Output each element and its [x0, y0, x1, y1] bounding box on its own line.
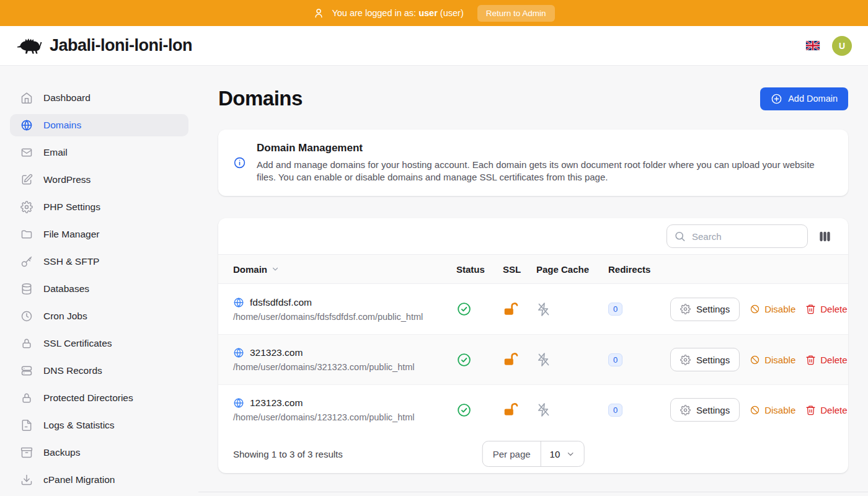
sidebar-item-domains[interactable]: Domains — [10, 114, 188, 136]
sidebar-item-ssl-certificates[interactable]: SSL Certificates — [10, 332, 188, 355]
sidebar-item-label: WordPress — [43, 174, 91, 185]
user-icon — [313, 7, 324, 19]
per-page-select[interactable]: 10 — [541, 441, 584, 466]
disable-button[interactable]: Disable — [750, 304, 795, 314]
sidebar-item-label: Protected Directories — [43, 392, 133, 404]
return-to-admin-button[interactable]: Return to Admin — [477, 5, 555, 22]
redirects-badge: 0 — [608, 404, 622, 417]
sidebar: Dashboard Domains Email WordPress PHP Se… — [0, 66, 198, 496]
domains-table-card: Domain Status SSL Page Cache Redirects f… — [218, 218, 848, 473]
columns-icon[interactable] — [817, 228, 833, 245]
delete-button[interactable]: Delete — [805, 304, 847, 314]
globe-icon — [233, 397, 244, 409]
sidebar-item-label: Cron Jobs — [43, 311, 87, 322]
add-domain-button[interactable]: Add Domain — [760, 87, 848, 110]
info-card-title: Domain Management — [257, 142, 833, 154]
globe-icon — [233, 347, 244, 358]
sidebar-item-label: Dashboard — [43, 92, 91, 104]
table-toolbar — [218, 218, 848, 254]
sidebar-item-ssh-sftp[interactable]: SSH & SFTP — [10, 250, 188, 273]
zap-off-icon[interactable] — [536, 352, 608, 367]
domain-path: /home/user/domains/fdsfsdfdsf.com/public… — [233, 312, 456, 322]
delete-button[interactable]: Delete — [805, 405, 847, 415]
sidebar-item-backups[interactable]: Backups — [10, 441, 188, 464]
column-header-page-cache: Page Cache — [536, 264, 608, 275]
chevron-down-icon — [271, 265, 280, 273]
sidebar-item-label: File Manager — [43, 229, 99, 240]
delete-button[interactable]: Delete — [805, 355, 847, 365]
trash-icon — [805, 405, 816, 415]
mail-icon — [20, 146, 33, 159]
status-check-icon — [456, 402, 503, 418]
domain-path: /home/user/domains/123123.com/public_htm… — [233, 412, 456, 422]
domain-name[interactable]: 321323.com — [250, 347, 303, 358]
file-text-icon — [20, 419, 33, 432]
archive-icon — [20, 446, 33, 459]
edit-icon — [20, 174, 33, 186]
zap-off-icon[interactable] — [536, 402, 608, 417]
sidebar-item-dashboard[interactable]: Dashboard — [10, 87, 188, 109]
brand[interactable]: Jabali-loni-loni-lon — [16, 36, 192, 56]
table-header-row: Domain Status SSL Page Cache Redirects — [218, 254, 848, 284]
sidebar-item-databases[interactable]: Databases — [10, 278, 188, 300]
sidebar-item-cpanel-migration[interactable]: cPanel Migration — [10, 469, 188, 491]
settings-button[interactable]: Settings — [670, 298, 740, 321]
column-header-redirects: Redirects — [608, 264, 670, 275]
sidebar-item-dns-records[interactable]: DNS Records — [10, 360, 188, 382]
search-input[interactable] — [666, 224, 808, 248]
ban-icon — [750, 355, 760, 365]
settings-button[interactable]: Settings — [670, 398, 740, 422]
sidebar-item-label: SSH & SFTP — [43, 256, 99, 267]
gear-icon — [20, 201, 33, 213]
sidebar-item-label: Backups — [43, 447, 80, 458]
column-header-ssl: SSL — [503, 264, 536, 275]
domain-name[interactable]: fdsfsdfdsf.com — [250, 297, 312, 308]
page-title: Domains — [218, 87, 303, 110]
clock-icon — [20, 310, 33, 322]
sidebar-item-logs-statistics[interactable]: Logs & Statistics — [10, 414, 188, 436]
per-page-control: Per page 10 — [482, 441, 585, 467]
disable-button[interactable]: Disable — [750, 355, 795, 365]
zap-off-icon[interactable] — [536, 302, 608, 317]
lock-open-icon[interactable] — [503, 301, 536, 317]
status-check-icon — [456, 301, 503, 317]
disable-button[interactable]: Disable — [750, 405, 795, 415]
brand-title: Jabali-loni-loni-lon — [50, 36, 192, 55]
redirects-badge: 0 — [608, 353, 622, 366]
sidebar-item-wordpress[interactable]: WordPress — [10, 169, 188, 191]
gear-icon — [680, 405, 691, 415]
sidebar-item-label: SSL Certificates — [43, 338, 112, 349]
key-icon — [20, 255, 33, 268]
sidebar-item-protected-directories[interactable]: Protected Directories — [10, 387, 188, 409]
settings-button[interactable]: Settings — [670, 348, 740, 371]
ban-icon — [750, 304, 760, 314]
gear-icon — [680, 304, 691, 314]
sidebar-item-email[interactable]: Email — [10, 141, 188, 164]
sidebar-item-label: Logs & Statistics — [43, 420, 115, 431]
info-icon — [233, 156, 246, 169]
results-summary: Showing 1 to 3 of 3 results — [233, 449, 343, 459]
lock-icon — [20, 337, 33, 350]
app-header: Jabali-loni-loni-lon U — [0, 26, 868, 66]
globe-icon — [233, 297, 244, 308]
domain-path: /home/user/domains/321323.com/public_htm… — [233, 362, 456, 372]
impersonation-banner: You are logged in as: user (user) Return… — [0, 0, 868, 26]
sidebar-item-cron-jobs[interactable]: Cron Jobs — [10, 305, 188, 327]
sidebar-item-label: PHP Settings — [43, 202, 100, 213]
column-header-domain[interactable]: Domain — [218, 264, 456, 275]
download-icon — [20, 474, 33, 486]
lock-open-icon[interactable] — [503, 352, 536, 368]
sidebar-item-label: Domains — [43, 120, 81, 131]
uk-flag-icon[interactable] — [806, 41, 820, 50]
domain-name[interactable]: 123123.com — [250, 397, 303, 409]
lock-open-icon[interactable] — [503, 402, 536, 418]
sidebar-item-file-manager[interactable]: File Manager — [10, 223, 188, 246]
folder-icon — [20, 228, 33, 241]
main-content: Domains Add Domain Domain Management Add… — [198, 66, 868, 496]
user-avatar[interactable]: U — [832, 36, 852, 56]
home-icon — [20, 92, 33, 104]
gear-icon — [680, 355, 691, 365]
per-page-label: Per page — [483, 441, 541, 466]
sidebar-item-php-settings[interactable]: PHP Settings — [10, 196, 188, 218]
logged-in-username: user — [418, 8, 438, 18]
